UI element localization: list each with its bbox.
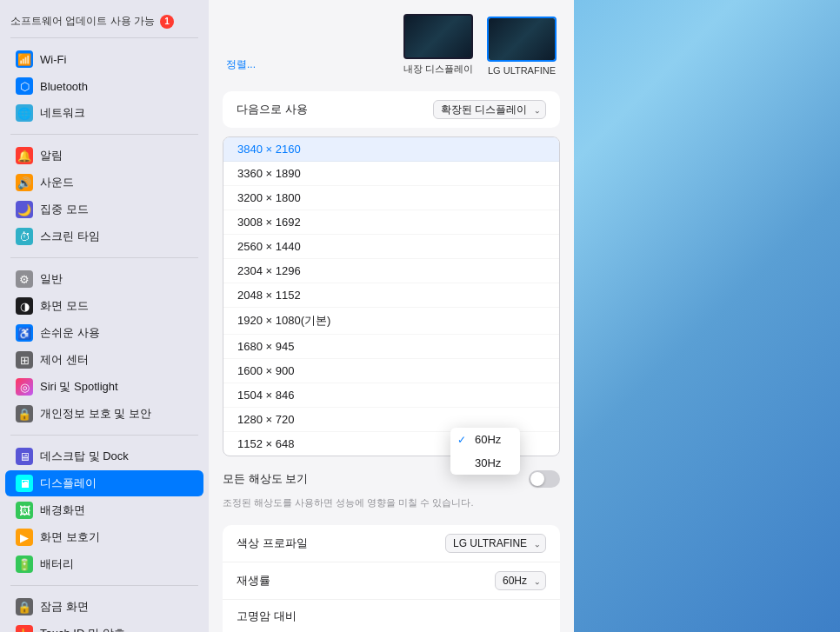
general-icon: ⚙	[16, 270, 33, 288]
resolution-list: 3840 × 2160 3360 × 1890 3200 × 1800 3008…	[223, 136, 560, 456]
dropdown-item-30hz[interactable]: 30Hz	[450, 451, 520, 475]
sidebar-item-control-center[interactable]: ⊞ 제어 센터	[5, 347, 203, 373]
resolution-item-9[interactable]: 1600 × 900	[223, 359, 559, 383]
display-thumb-1	[403, 14, 473, 59]
sidebar-group-notifications: 🔔 알림 🔊 사운드 🌙 집중 모드 ⏱ 스크린 타임	[0, 138, 209, 254]
display-thumb-inner-2	[489, 18, 555, 60]
network-icon: 🌐	[16, 104, 33, 122]
use-as-select-wrapper[interactable]: 확장된 디스플레이	[433, 100, 546, 119]
sidebar-item-label: 데스크탑 및 Dock	[40, 449, 129, 464]
sidebar-item-wifi[interactable]: 📶 Wi-Fi	[5, 46, 203, 72]
accessibility-icon: ♿	[16, 324, 33, 342]
resolution-item-2[interactable]: 3200 × 1800	[223, 186, 559, 210]
sidebar-item-siri[interactable]: ◎ Siri 및 Spotlight	[5, 374, 203, 400]
resolution-item-10[interactable]: 1504 × 846	[223, 383, 559, 408]
sidebar-group-connectivity: 📶 Wi-Fi ⬡ Bluetooth 🌐 네트워크	[0, 42, 209, 130]
align-button[interactable]: 정렬...	[226, 54, 256, 83]
color-profile-select[interactable]: LG ULTRAFINE	[445, 534, 546, 553]
toggle-thumb	[530, 472, 544, 486]
sidebar-item-bluetooth[interactable]: ⬡ Bluetooth	[5, 73, 203, 99]
display-2-label: LG ULTRAFINE	[488, 65, 556, 76]
color-profile-label: 색상 프로파일	[237, 536, 341, 551]
sidebar-item-label: 일반	[40, 271, 63, 287]
wallpaper-icon: 🖼	[16, 502, 33, 519]
use-as-select[interactable]: 확장된 디스플레이	[433, 100, 546, 119]
touch-id-icon: 👆	[16, 625, 33, 632]
sidebar-item-general[interactable]: ⚙ 일반	[5, 266, 203, 292]
resolution-item-6[interactable]: 2048 × 1152	[223, 283, 559, 308]
sidebar-divider-5	[10, 585, 198, 586]
displays-icon: 🖥	[16, 475, 33, 492]
color-profile-row: 색상 프로파일 LG ULTRAFINE	[223, 525, 560, 562]
sidebar-item-sound[interactable]: 🔊 사운드	[5, 170, 203, 196]
sidebar-divider-2	[10, 134, 198, 135]
sidebar-item-label: 집중 모드	[40, 202, 89, 217]
sidebar-item-display-mode[interactable]: ◑ 화면 모드	[5, 293, 203, 319]
sidebar-item-label: Bluetooth	[40, 80, 88, 93]
sidebar-item-label: 사운드	[40, 175, 74, 190]
hdr-label: 고명암 대비	[237, 609, 341, 624]
bluetooth-icon: ⬡	[16, 77, 33, 95]
sidebar-item-label: 디스플레이	[40, 476, 97, 491]
sidebar-item-wallpaper[interactable]: 🖼 배경화면	[5, 497, 203, 523]
resolution-item-4[interactable]: 2560 × 1440	[223, 235, 559, 259]
refresh-rate-row: 재생률 60Hz	[223, 562, 560, 600]
sidebar-item-displays[interactable]: 🖥 디스플레이	[5, 470, 203, 496]
sidebar-item-label: Wi-Fi	[40, 53, 66, 66]
display-tab-2[interactable]: LG ULTRAFINE	[487, 17, 557, 83]
sidebar-item-screen-time[interactable]: ⏱ 스크린 타임	[5, 223, 203, 249]
sidebar-item-accessibility[interactable]: ♿ 손쉬운 사용	[5, 320, 203, 346]
display-thumb-2	[487, 17, 557, 62]
display-1-label: 내장 디스플레이	[403, 63, 473, 76]
screensaver-icon: ▶	[16, 529, 33, 546]
display-tab-1[interactable]: 내장 디스플레이	[403, 14, 473, 83]
color-profile-panel: 색상 프로파일 LG ULTRAFINE 재생률 60Hz	[223, 525, 560, 632]
update-banner[interactable]: 소프트웨어 업데이트 사용 가능 1	[0, 9, 209, 34]
sidebar-divider-1	[10, 37, 198, 38]
sidebar-item-alarm[interactable]: 🔔 알림	[5, 143, 203, 169]
sidebar-item-touch-id[interactable]: 👆 Touch ID 및 암호	[5, 621, 203, 632]
display-tabs: 정렬... 내장 디스플레이 LG ULTRAFINE	[209, 0, 574, 83]
show-all-hint: 조정된 해상도를 사용하면 성능에 영향을 미칠 수 있습니다.	[209, 495, 574, 516]
hdr-row: 고명암 대비	[223, 600, 560, 632]
sidebar-item-label: 잠금 화면	[40, 599, 89, 615]
sidebar-item-lock-screen[interactable]: 🔒 잠금 화면	[5, 594, 203, 620]
show-all-toggle[interactable]	[529, 470, 560, 488]
sidebar-item-label: 네트워크	[40, 105, 85, 121]
lock-screen-icon: 🔒	[16, 598, 33, 615]
sidebar-item-privacy[interactable]: 🔒 개인정보 보호 및 보안	[5, 401, 203, 427]
resolution-item-5[interactable]: 2304 × 1296	[223, 259, 559, 283]
sidebar-item-label: 스크린 타임	[40, 229, 100, 244]
refresh-rate-select-wrapper[interactable]: 60Hz	[495, 571, 546, 590]
sidebar-item-focus[interactable]: 🌙 집중 모드	[5, 196, 203, 223]
display-mode-icon: ◑	[16, 297, 33, 315]
refresh-rate-label: 재생률	[237, 573, 341, 589]
sidebar-item-label: Siri 및 Spotlight	[40, 379, 118, 395]
use-as-panel: 다음으로 사용 확장된 디스플레이	[223, 91, 560, 128]
resolution-item-3[interactable]: 3008 × 1692	[223, 210, 559, 235]
sidebar-group-display: 🖥 데스크탑 및 Dock 🖥 디스플레이 🖼 배경화면 ▶ 화면 보호기 🔋 …	[0, 439, 209, 582]
resolution-item-1[interactable]: 3360 × 1890	[223, 162, 559, 186]
color-profile-select-wrapper[interactable]: LG ULTRAFINE	[445, 534, 546, 553]
resolution-item-7[interactable]: 1920 × 1080(기본)	[223, 308, 559, 335]
siri-icon: ◎	[16, 378, 33, 396]
desktop-icon: 🖥	[16, 448, 33, 465]
sidebar: 소프트웨어 업데이트 사용 가능 1 📶 Wi-Fi ⬡ Bluetooth 🌐…	[0, 0, 209, 632]
sidebar-item-label: 알림	[40, 148, 63, 163]
control-center-icon: ⊞	[16, 351, 33, 369]
resolution-item-0[interactable]: 3840 × 2160	[223, 137, 559, 162]
sidebar-item-battery[interactable]: 🔋 배터리	[5, 551, 203, 577]
sidebar-item-desktop[interactable]: 🖥 데스크탑 및 Dock	[5, 443, 203, 469]
refresh-rate-select[interactable]: 60Hz	[495, 571, 546, 590]
dropdown-item-60hz[interactable]: 60Hz	[450, 428, 520, 451]
resolution-item-8[interactable]: 1680 × 945	[223, 335, 559, 359]
sidebar-item-screensaver[interactable]: ▶ 화면 보호기	[5, 524, 203, 550]
display-thumb-inner-1	[405, 16, 471, 57]
screen-time-icon: ⏱	[16, 228, 33, 245]
wifi-icon: 📶	[16, 50, 33, 68]
sidebar-item-label: 화면 모드	[40, 298, 89, 314]
focus-icon: 🌙	[16, 201, 33, 218]
color-profile-value: LG ULTRAFINE	[445, 534, 546, 553]
alarm-icon: 🔔	[16, 147, 33, 164]
sidebar-item-network[interactable]: 🌐 네트워크	[5, 100, 203, 126]
